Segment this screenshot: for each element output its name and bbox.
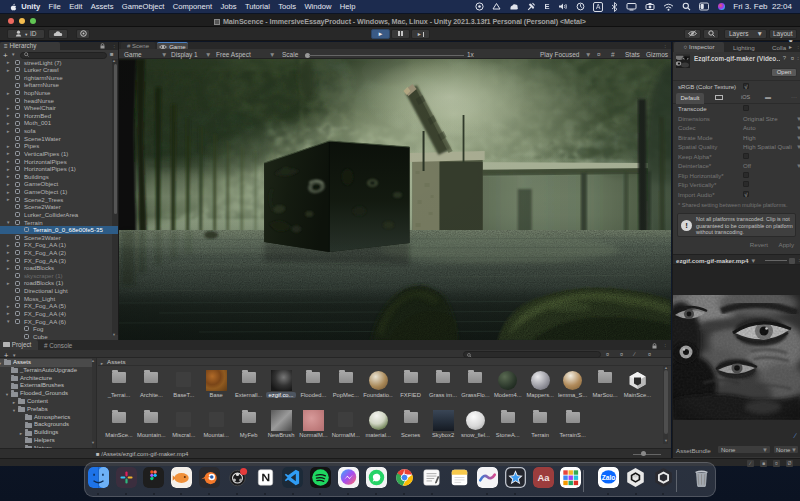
svg-text:Zalo: Zalo: [601, 474, 615, 481]
svg-text:Aa: Aa: [537, 472, 550, 483]
